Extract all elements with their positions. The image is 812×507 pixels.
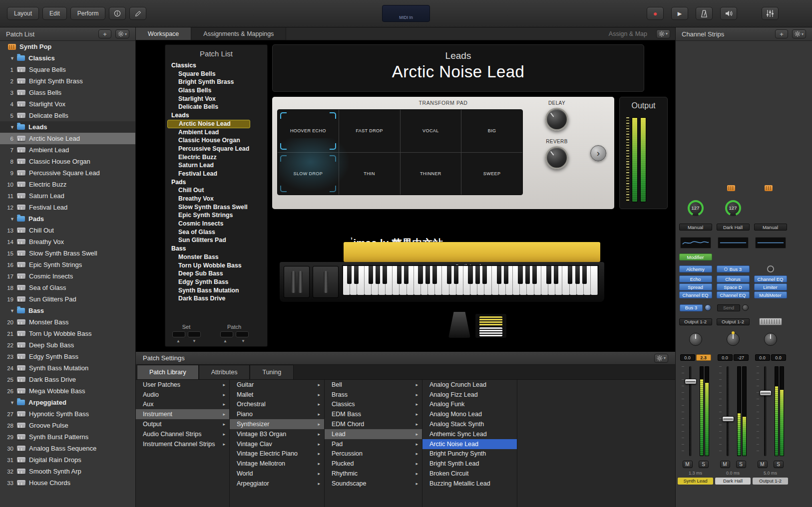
setting-button[interactable]: Dark Hall xyxy=(717,224,750,231)
patch-row[interactable]: 30Analog Bass Sequence xyxy=(0,443,135,454)
play-button[interactable]: ▶ xyxy=(671,7,688,20)
workspace-patch-item[interactable]: Breathy Vox xyxy=(165,195,267,203)
workspace-patch-item[interactable]: Synth Bass Mutation xyxy=(165,286,267,295)
disclosure-triangle-icon[interactable]: ▼ xyxy=(10,308,17,313)
workspace-patch-item[interactable]: Percussive Square Lead xyxy=(165,145,267,153)
pencil-button[interactable] xyxy=(129,7,146,20)
menu-item[interactable]: Buzzing Metallic Lead xyxy=(422,479,517,489)
set-next-button[interactable] xyxy=(188,331,201,337)
menu-item[interactable]: Bell▸ xyxy=(325,380,422,390)
menu-item[interactable]: Analog Stack Synth xyxy=(422,419,517,429)
patch-row[interactable]: 13Chill Out xyxy=(0,225,135,236)
transform-pad-cell[interactable]: HOOVER ECHO xyxy=(278,110,339,152)
fader-handle[interactable] xyxy=(760,390,772,396)
patch-row[interactable]: 5Delicate Bells xyxy=(0,110,135,121)
menu-item[interactable]: Pad▸ xyxy=(325,439,422,449)
menu-item[interactable]: Instrument▸ xyxy=(136,409,229,419)
input-button[interactable]: Bus 3 xyxy=(717,265,750,272)
insert-slot[interactable]: Echo xyxy=(679,275,712,282)
menu-item[interactable]: Rhythmic▸ xyxy=(325,469,422,479)
workspace-patch-item[interactable]: Glass Bells xyxy=(165,86,267,95)
disclosure-triangle-icon[interactable]: ▼ xyxy=(10,125,17,130)
set-previous-button[interactable] xyxy=(172,331,185,337)
mode-button-layout[interactable]: Layout xyxy=(7,7,39,20)
pan-value[interactable]: 0.0 xyxy=(680,354,695,361)
menu-item[interactable]: Arctic Noise Lead xyxy=(422,439,517,449)
patch-group-row[interactable]: ▼Classics xyxy=(0,52,135,64)
send-level-knob[interactable] xyxy=(705,304,711,311)
mute-button[interactable]: M xyxy=(758,461,768,468)
patch-settings-action-menu[interactable]: ▾ xyxy=(654,354,668,363)
workspace-patch-item[interactable]: Electric Buzz xyxy=(165,153,267,162)
channel-strip-inspector-toggle[interactable] xyxy=(762,7,779,20)
workspace-patch-item[interactable]: Starlight Vox xyxy=(165,95,267,103)
patch-row[interactable]: 28Groove Pulse xyxy=(0,420,135,431)
patch-row[interactable]: 18Sea of Glass xyxy=(0,282,135,293)
master-mute-button[interactable] xyxy=(720,7,737,20)
disclosure-triangle-icon[interactable]: ▼ xyxy=(10,400,17,405)
fader-handle[interactable] xyxy=(685,379,697,384)
menu-item[interactable]: Plucked▸ xyxy=(325,459,422,469)
patch-row[interactable]: 3Glass Bells xyxy=(0,87,135,98)
fader[interactable] xyxy=(681,363,710,459)
patch-row[interactable]: 17Cosmic Insects xyxy=(0,270,135,282)
menu-item[interactable]: Vintage Mellotron▸ xyxy=(230,459,324,469)
patch-row[interactable]: 25Dark Bass Drive xyxy=(0,374,135,385)
patch-row[interactable]: 33House Chords xyxy=(0,477,135,489)
strip-name[interactable]: Synth Lead xyxy=(678,478,713,485)
fader[interactable] xyxy=(719,363,748,459)
level-knob[interactable]: 127 xyxy=(688,200,704,216)
workspace-patch-item[interactable]: Saturn Lead xyxy=(165,161,267,170)
menu-item[interactable]: Broken Circuit xyxy=(422,469,517,479)
send-slot[interactable]: Bus 3 xyxy=(680,304,703,311)
workspace-action-menu[interactable]: ▾ xyxy=(656,29,670,38)
patch-group-row[interactable]: ▼Bass xyxy=(0,305,135,316)
menu-item[interactable]: Anthemic Sync Lead xyxy=(422,429,517,439)
transform-pad-cell[interactable]: VOCAL xyxy=(401,110,461,152)
patch-row[interactable]: 24Synth Bass Mutation xyxy=(0,362,135,374)
patch-row[interactable]: 10Electric Buzz xyxy=(0,179,135,190)
menu-item[interactable]: Orchestral▸ xyxy=(230,400,324,410)
fader[interactable] xyxy=(756,363,785,459)
patch-row[interactable]: 15Slow Synth Brass Swell xyxy=(0,248,135,259)
patch-row[interactable]: 20Monster Bass xyxy=(0,316,135,328)
delay-knob[interactable] xyxy=(545,108,568,131)
reverb-knob[interactable] xyxy=(545,146,568,169)
patch-row[interactable]: 32Smooth Synth Arp xyxy=(0,466,135,477)
solo-button[interactable]: S xyxy=(699,461,709,468)
menu-item[interactable]: Guitar▸ xyxy=(230,380,324,390)
mute-button[interactable]: M xyxy=(720,461,730,468)
workspace-patch-item[interactable]: Torn Up Wobble Bass xyxy=(165,261,267,270)
workspace-patch-item[interactable]: Arctic Noise Lead xyxy=(167,120,250,128)
insert-slot[interactable]: Space D xyxy=(717,283,750,290)
patch-list-action-menu[interactable]: ▾ xyxy=(115,29,129,38)
menu-item[interactable]: EDM Bass▸ xyxy=(325,409,422,419)
tab-tuning[interactable]: Tuning xyxy=(250,365,294,379)
mute-button[interactable]: M xyxy=(683,461,693,468)
add-channel-strip-button[interactable]: + xyxy=(775,29,788,38)
menu-item[interactable]: Output▸ xyxy=(136,419,229,429)
mode-button-perform[interactable]: Perform xyxy=(70,7,106,20)
patch-row[interactable]: 29Synth Burst Patterns xyxy=(0,431,135,443)
workspace-patch-item[interactable]: Slow Synth Brass Swell xyxy=(165,203,267,212)
workspace-patch-item[interactable]: Cosmic Insects xyxy=(165,220,267,228)
eq-display[interactable] xyxy=(718,237,749,249)
record-button[interactable]: ● xyxy=(647,7,664,20)
menu-item[interactable]: Mallet▸ xyxy=(230,390,324,400)
next-panel-button[interactable]: › xyxy=(590,145,606,161)
patch-row[interactable]: 26Mega Wobble Bass xyxy=(0,385,135,397)
input-circle-icon[interactable] xyxy=(767,265,774,272)
menu-item[interactable]: Audio Channel Strips▸ xyxy=(136,429,229,439)
eq-display[interactable] xyxy=(680,237,711,249)
setting-button[interactable]: Manual xyxy=(754,224,787,231)
menu-item[interactable]: Arpeggiator▸ xyxy=(230,479,324,489)
disclosure-triangle-icon[interactable]: ▼ xyxy=(10,217,17,222)
strip-name[interactable]: Dark Hall xyxy=(715,478,751,485)
menu-item[interactable]: Bright Synth Lead xyxy=(422,459,517,469)
channel-strips-action-menu[interactable]: ▾ xyxy=(792,29,806,38)
volume-value[interactable]: -27 xyxy=(734,354,749,361)
menu-item[interactable]: Aux▸ xyxy=(136,400,229,410)
insert-slot[interactable]: Channel EQ xyxy=(754,275,787,282)
menu-item[interactable]: World▸ xyxy=(230,469,324,479)
workspace-patch-item[interactable]: Sea of Glass xyxy=(165,228,267,237)
